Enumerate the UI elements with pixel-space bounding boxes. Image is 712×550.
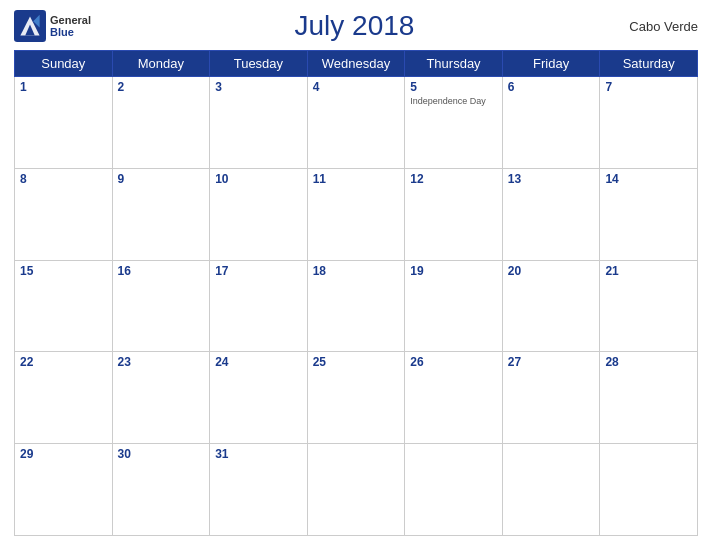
- country-label: Cabo Verde: [618, 19, 698, 34]
- day-cell: 27: [502, 352, 600, 444]
- calendar-table: Sunday Monday Tuesday Wednesday Thursday…: [14, 50, 698, 536]
- day-number: 17: [215, 264, 302, 278]
- day-cell: 16: [112, 260, 210, 352]
- day-cell: 10: [210, 168, 308, 260]
- day-number: 2: [118, 80, 205, 94]
- day-cell: 13: [502, 168, 600, 260]
- day-cell: 7: [600, 77, 698, 169]
- logo-area: General Blue: [14, 10, 91, 42]
- calendar-header: General Blue July 2018 Cabo Verde: [14, 10, 698, 42]
- day-number: 21: [605, 264, 692, 278]
- day-cell: 14: [600, 168, 698, 260]
- day-number: 5: [410, 80, 497, 94]
- week-row-1: 12345Independence Day67: [15, 77, 698, 169]
- day-number: 12: [410, 172, 497, 186]
- day-number: 29: [20, 447, 107, 461]
- day-number: 1: [20, 80, 107, 94]
- day-cell: 2: [112, 77, 210, 169]
- day-cell: 20: [502, 260, 600, 352]
- day-number: 7: [605, 80, 692, 94]
- generalblue-logo-icon: [14, 10, 46, 42]
- day-cell: 28: [600, 352, 698, 444]
- day-number: 22: [20, 355, 107, 369]
- month-title: July 2018: [91, 10, 618, 42]
- day-cell: 17: [210, 260, 308, 352]
- day-number: 3: [215, 80, 302, 94]
- day-cell: 1: [15, 77, 113, 169]
- day-number: 15: [20, 264, 107, 278]
- day-number: 18: [313, 264, 400, 278]
- header-saturday: Saturday: [600, 51, 698, 77]
- event-label: Independence Day: [410, 96, 497, 106]
- day-number: 4: [313, 80, 400, 94]
- day-cell: 22: [15, 352, 113, 444]
- day-number: 24: [215, 355, 302, 369]
- day-number: 8: [20, 172, 107, 186]
- day-number: 19: [410, 264, 497, 278]
- logo-general-label: General: [50, 14, 91, 26]
- week-row-4: 22232425262728: [15, 352, 698, 444]
- day-cell: 25: [307, 352, 405, 444]
- week-row-3: 15161718192021: [15, 260, 698, 352]
- weekday-header-row: Sunday Monday Tuesday Wednesday Thursday…: [15, 51, 698, 77]
- header-monday: Monday: [112, 51, 210, 77]
- day-cell: 21: [600, 260, 698, 352]
- day-number: 27: [508, 355, 595, 369]
- day-cell: 15: [15, 260, 113, 352]
- logo-text: General Blue: [50, 14, 91, 38]
- day-number: 10: [215, 172, 302, 186]
- day-cell: 26: [405, 352, 503, 444]
- day-number: 25: [313, 355, 400, 369]
- day-number: 9: [118, 172, 205, 186]
- day-cell: 24: [210, 352, 308, 444]
- day-number: 23: [118, 355, 205, 369]
- day-cell: 23: [112, 352, 210, 444]
- header-friday: Friday: [502, 51, 600, 77]
- day-number: 13: [508, 172, 595, 186]
- day-cell: [405, 444, 503, 536]
- day-cell: 31: [210, 444, 308, 536]
- day-cell: 5Independence Day: [405, 77, 503, 169]
- header-sunday: Sunday: [15, 51, 113, 77]
- day-number: 30: [118, 447, 205, 461]
- header-wednesday: Wednesday: [307, 51, 405, 77]
- day-cell: 11: [307, 168, 405, 260]
- day-cell: [307, 444, 405, 536]
- week-row-5: 293031: [15, 444, 698, 536]
- calendar-container: General Blue July 2018 Cabo Verde Sunday…: [0, 0, 712, 550]
- day-number: 16: [118, 264, 205, 278]
- day-number: 26: [410, 355, 497, 369]
- day-number: 28: [605, 355, 692, 369]
- day-cell: 19: [405, 260, 503, 352]
- day-cell: [600, 444, 698, 536]
- day-cell: 12: [405, 168, 503, 260]
- day-cell: 9: [112, 168, 210, 260]
- day-number: 11: [313, 172, 400, 186]
- day-cell: [502, 444, 600, 536]
- day-number: 20: [508, 264, 595, 278]
- day-cell: 4: [307, 77, 405, 169]
- day-cell: 3: [210, 77, 308, 169]
- week-row-2: 891011121314: [15, 168, 698, 260]
- day-cell: 29: [15, 444, 113, 536]
- day-number: 31: [215, 447, 302, 461]
- logo-blue-label: Blue: [50, 26, 91, 38]
- header-tuesday: Tuesday: [210, 51, 308, 77]
- day-cell: 6: [502, 77, 600, 169]
- day-number: 14: [605, 172, 692, 186]
- day-cell: 8: [15, 168, 113, 260]
- day-cell: 18: [307, 260, 405, 352]
- header-thursday: Thursday: [405, 51, 503, 77]
- day-cell: 30: [112, 444, 210, 536]
- day-number: 6: [508, 80, 595, 94]
